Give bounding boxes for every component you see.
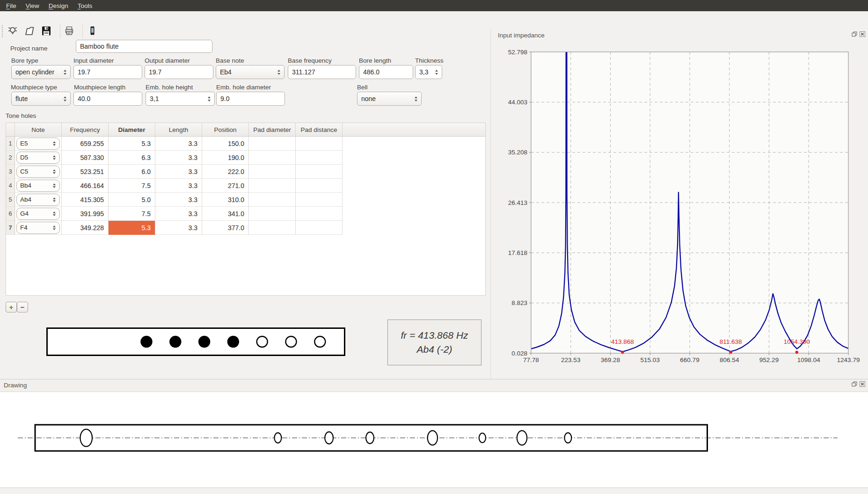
row-number[interactable]: 4 [6, 179, 15, 193]
cell-diameter[interactable]: 7.5 [109, 207, 155, 221]
input-diameter-input[interactable] [73, 65, 142, 79]
column-header-frequency[interactable]: Frequency [62, 123, 109, 136]
note-spinner[interactable]: C5 [16, 166, 60, 178]
base-note-select[interactable]: Eb4 [216, 65, 284, 79]
menu-tools[interactable]: Tools [78, 2, 93, 9]
device-icon[interactable] [85, 23, 99, 38]
emb-hole-height-spinner[interactable]: 3,1 [146, 92, 215, 106]
cell-length[interactable]: 3.3 [155, 193, 202, 207]
cell-position[interactable]: 377.0 [202, 221, 249, 235]
cell-frequency[interactable]: 659.255 [62, 137, 109, 151]
spinner-arrows-icon [51, 183, 59, 188]
cell-pad-distance[interactable] [296, 207, 343, 221]
cell-frequency[interactable]: 391.995 [62, 207, 109, 221]
cell-diameter[interactable]: 5.3 [109, 137, 155, 151]
row-number[interactable]: 6 [6, 207, 15, 221]
fingering-hole-closed [170, 336, 181, 347]
cell-pad-diameter[interactable] [249, 193, 296, 207]
mouthpiece-type-select[interactable]: flute [11, 92, 71, 106]
note-spinner[interactable]: F4 [16, 222, 60, 234]
row-number[interactable]: 2 [6, 151, 15, 165]
bore-type-select[interactable]: open cylinder [11, 65, 71, 79]
cell-frequency[interactable]: 349.228 [62, 221, 109, 235]
add-hole-button[interactable]: + [6, 302, 17, 312]
cell-position[interactable]: 150.0 [202, 137, 249, 151]
cell-length[interactable]: 3.3 [155, 207, 202, 221]
cell-diameter[interactable]: 6.0 [109, 165, 155, 179]
cell-position[interactable]: 310.0 [202, 193, 249, 207]
cell-position[interactable]: 341.0 [202, 207, 249, 221]
cell-length[interactable]: 3.3 [155, 179, 202, 193]
thickness-spinner[interactable]: 3,3 [415, 65, 442, 79]
cell-frequency[interactable]: 523.251 [62, 165, 109, 179]
mouthpiece-type-value: flute [12, 95, 61, 102]
row-number[interactable]: 1 [6, 137, 15, 151]
note-spinner[interactable]: D5 [16, 152, 60, 164]
save-icon[interactable] [39, 23, 53, 38]
note-spinner[interactable]: Bb4 [16, 180, 60, 192]
row-number[interactable]: 3 [6, 165, 15, 179]
note-spinner[interactable]: E5 [16, 138, 60, 150]
popout-icon[interactable] [852, 381, 857, 387]
lightbulb-icon[interactable] [6, 23, 20, 38]
cell-pad-diameter[interactable] [249, 179, 296, 193]
column-header-diameter[interactable]: Diameter [109, 123, 155, 136]
column-header-position[interactable]: Position [202, 123, 249, 136]
cell-diameter[interactable]: 7.5 [109, 179, 155, 193]
cell-frequency[interactable]: 587.330 [62, 151, 109, 165]
cell-diameter[interactable]: 6.3 [109, 151, 155, 165]
open-folder-icon[interactable] [22, 23, 36, 38]
emb-hole-diameter-input[interactable] [216, 92, 285, 106]
menu-file[interactable]: File [6, 2, 16, 9]
menu-design[interactable]: Design [49, 2, 68, 9]
cell-pad-diameter[interactable] [249, 137, 296, 151]
note-spinner[interactable]: Ab4 [16, 194, 60, 206]
remove-hole-button[interactable]: − [17, 302, 28, 312]
cell-position[interactable]: 222.0 [202, 165, 249, 179]
cell-position[interactable]: 271.0 [202, 179, 249, 193]
cell-pad-diameter[interactable] [249, 221, 296, 235]
printer-icon[interactable] [63, 23, 77, 38]
column-header-note[interactable]: Note [15, 123, 62, 136]
output-diameter-input[interactable] [145, 65, 213, 79]
cell-frequency[interactable]: 415.305 [62, 193, 109, 207]
cell-pad-distance[interactable] [296, 137, 343, 151]
mouthpiece-length-input[interactable] [73, 92, 142, 106]
cell-length[interactable]: 3.3 [155, 165, 202, 179]
project-name-label: Project name [10, 45, 48, 52]
cell-length[interactable]: 3.3 [155, 221, 202, 235]
table-row: 6G4391.9957.53.3341.0 [6, 207, 485, 221]
row-number[interactable]: 5 [6, 193, 15, 207]
column-header-pad-diameter[interactable]: Pad diameter [249, 123, 296, 136]
cell-pad-diameter[interactable] [249, 151, 296, 165]
cell-pad-distance[interactable] [296, 221, 343, 235]
cell-pad-diameter[interactable] [249, 165, 296, 179]
spinner-arrows-icon [433, 70, 442, 75]
base-frequency-input[interactable] [288, 65, 356, 79]
cell-position[interactable]: 190.0 [202, 151, 249, 165]
x-tick-labels: 77.78223.53369.28515.03660.79806.54952.2… [523, 353, 860, 363]
svg-text:1243.79: 1243.79 [837, 356, 860, 363]
cell-diameter[interactable]: 5.3 [109, 221, 155, 235]
close-icon[interactable] [860, 381, 865, 387]
bell-select[interactable]: none [357, 92, 422, 106]
cell-pad-distance[interactable] [296, 165, 343, 179]
cell-pad-distance[interactable] [296, 193, 343, 207]
cell-diameter[interactable]: 5.0 [109, 193, 155, 207]
cell-length[interactable]: 3.3 [155, 137, 202, 151]
note-spinner[interactable]: G4 [16, 208, 60, 220]
drawing-panel-buttons [852, 381, 865, 387]
cell-length[interactable]: 3.3 [155, 151, 202, 165]
project-name-input[interactable] [76, 40, 212, 53]
cell-pad-diameter[interactable] [249, 207, 296, 221]
column-header-pad-distance[interactable]: Pad distance [296, 123, 343, 136]
menu-view[interactable]: View [26, 2, 39, 9]
toolbar-drag-handle[interactable] [2, 25, 3, 37]
column-header-length[interactable]: Length [155, 123, 202, 136]
cell-pad-distance[interactable] [296, 179, 343, 193]
bore-length-input[interactable] [359, 65, 413, 79]
row-number[interactable]: 7 [6, 221, 15, 235]
cell-pad-distance[interactable] [296, 151, 343, 165]
cell-frequency[interactable]: 466.164 [62, 179, 109, 193]
spinner-arrows-icon [51, 225, 59, 230]
